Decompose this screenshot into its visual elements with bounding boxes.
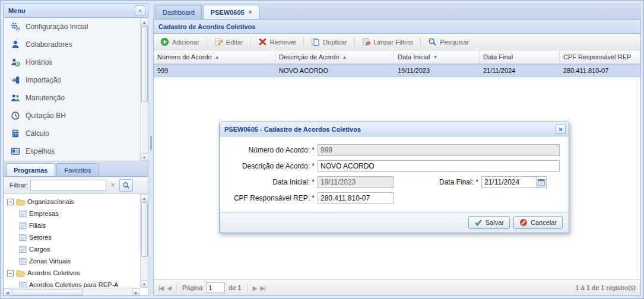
duplicar-button[interactable]: Duplicar [308,36,350,48]
sidebar-item-colaboradores[interactable]: Colaboradores [4,36,141,53]
column-header-data-inicial[interactable]: Data Inicial ▼ [394,50,480,63]
sidebar-item-calculo[interactable]: Cálculo [4,125,141,142]
scrollbar-thumb[interactable] [141,202,148,257]
sidebar-header: Menu « [4,4,148,18]
column-header-numero-do-acordo[interactable]: Número do Acordo ▲ [154,50,275,63]
filter-search-button[interactable] [119,179,133,192]
menu-item-label: Importação [26,76,61,84]
data-inicial-field[interactable] [318,176,394,188]
filter-input[interactable] [30,180,106,191]
date-picker-button[interactable] [536,176,547,188]
editar-button[interactable]: Editar [211,36,246,48]
delete-icon [258,37,267,46]
dialog-title: PSEW0605 - Cadastro de Acordos Coletivos [224,126,556,133]
page-last-icon[interactable]: ▶| [260,285,265,291]
list-icon [19,222,27,230]
close-dialog-icon[interactable]: × [556,125,566,134]
adicionar-button[interactable]: Adicionar [157,36,202,48]
tree-node-setores[interactable]: Setores [7,231,148,243]
sidebar-item-espelhos[interactable]: Espelhos [4,142,141,160]
page-next-icon[interactable]: ▶ [253,285,257,291]
program-tree: Organizacionais Empresas Filiais Setores… [4,194,148,295]
tab-label: Favoritos [64,167,91,174]
table-row[interactable]: 999 NOVO ACORDO 19/11/2023 21/11/2024 28… [154,64,640,77]
scroll-left-icon[interactable]: ◀ [4,288,11,296]
sidebar-menu-list: Configuração Inicial Colaboradores Horár… [4,18,148,161]
grid-column-headers: Número do Acordo ▲ Descrição de Acordo ▲… [154,50,640,64]
data-final-field[interactable] [481,176,537,188]
clear-filter-icon[interactable]: × [109,181,117,189]
sort-desc-icon: ▼ [433,55,437,60]
limpar-filtros-button[interactable]: Limpar Filtros [359,36,417,48]
sidebar-item-horarios[interactable]: Horários [4,53,141,71]
tree-node-empresas[interactable]: Empresas [7,208,148,220]
tree-node-organizacionais[interactable]: Organizacionais [7,196,148,208]
collapse-expander-icon[interactable] [7,199,14,205]
button-label: Limpar Filtros [374,39,414,46]
scroll-down-icon[interactable]: ▼ [141,153,148,161]
menu-item-label: Espelhos [26,147,55,155]
person-icon [11,40,20,49]
sidebar-item-quitacao-bh[interactable]: Quitação BH [4,107,141,125]
collapse-panel-button[interactable]: « [135,5,145,15]
sidebar-item-manutencao[interactable]: Manutenção [4,89,141,107]
tree-node-acordos-coletivos[interactable]: Acordos Coletivos [7,267,148,279]
dialog-title-bar[interactable]: PSEW0605 - Cadastro de Acordos Coletivos… [220,122,569,136]
record-count-summary: 1 à 1 de 1 registro(s) [576,284,636,291]
menu-scrollbar[interactable]: ▲ ▼ [140,18,148,161]
scrollbar-thumb[interactable] [12,289,83,295]
page-prev-icon[interactable]: ◀ [167,285,171,291]
cpf-responsavel-rep-field[interactable] [318,192,394,204]
tree-node-cargos[interactable]: Cargos [7,243,148,255]
cancelar-button[interactable]: Cancelar [513,216,563,229]
toolbar-separator [247,283,248,292]
sidebar-item-importacao[interactable]: Importação [4,71,141,89]
tree-horizontal-scrollbar[interactable]: ◀ ▶ [4,288,140,295]
tab-programas[interactable]: Programas [6,163,55,176]
tab-dashboard[interactable]: Dashboard [156,5,202,19]
numero-do-acordo-field[interactable] [318,144,560,156]
page-number-input[interactable] [206,282,225,293]
gears-icon [11,22,20,31]
dialog-footer: Salvar Cancelar [220,212,569,233]
folder-icon [16,198,25,206]
edit-icon [214,37,223,46]
column-header-data-final[interactable]: Data Final [480,50,560,63]
menu-item-label: Horários [26,58,52,66]
sidebar-tab-strip: Programas Favoritos [4,161,148,177]
page-label: Página [182,284,202,291]
pesquisar-button[interactable]: Pesquisar [425,36,472,48]
tree-node-label: Empresas [29,210,59,217]
panel-splitter[interactable] [149,3,153,296]
descricao-de-acordo-field[interactable] [318,160,560,172]
tab-label: Programas [14,167,47,174]
tree-vertical-scrollbar[interactable]: ▲ ▼ [140,194,148,288]
dialog-form: Número do Acordo: * Descrição de Acordo:… [220,136,569,212]
search-icon [122,182,130,189]
cell-data-inicial: 19/11/2023 [394,67,480,74]
filter-label: Filtrar: [9,182,28,189]
scrollbar-thumb[interactable] [141,26,148,102]
toolbar-separator [303,37,304,47]
close-tab-icon[interactable]: × [249,9,252,15]
scroll-right-icon[interactable]: ▶ [132,288,140,296]
column-header-cpf-responsavel-rep[interactable]: CPF Responsável REP [560,50,640,63]
column-header-descricao-de-acordo[interactable]: Descrição de Acordo ▲ [275,50,394,63]
tab-favoritos[interactable]: Favoritos [56,163,99,176]
button-label: Salvar [486,219,504,226]
collapse-expander-icon[interactable] [7,270,14,276]
people-icon [11,93,20,103]
menu-item-label: Configuração Inicial [26,23,88,31]
descricao-de-acordo-label: Descrição de Acordo: * [226,162,318,170]
scroll-up-icon[interactable]: ▲ [141,194,148,202]
tree-node-filiais[interactable]: Filiais [7,220,148,231]
scroll-up-icon[interactable]: ▲ [141,18,148,26]
sidebar-item-configuracao-inicial[interactable]: Configuração Inicial [4,18,141,36]
splitter-grip[interactable] [150,136,152,150]
tree-node-zonas-virtuais[interactable]: Zonas Virtuais [7,255,148,267]
scroll-down-icon[interactable]: ▼ [141,280,148,288]
remover-button[interactable]: Remover [255,36,300,48]
page-first-icon[interactable]: |◀ [158,285,163,291]
salvar-button[interactable]: Salvar [468,216,510,229]
tab-psew0605[interactable]: PSEW0605 × [204,5,259,19]
